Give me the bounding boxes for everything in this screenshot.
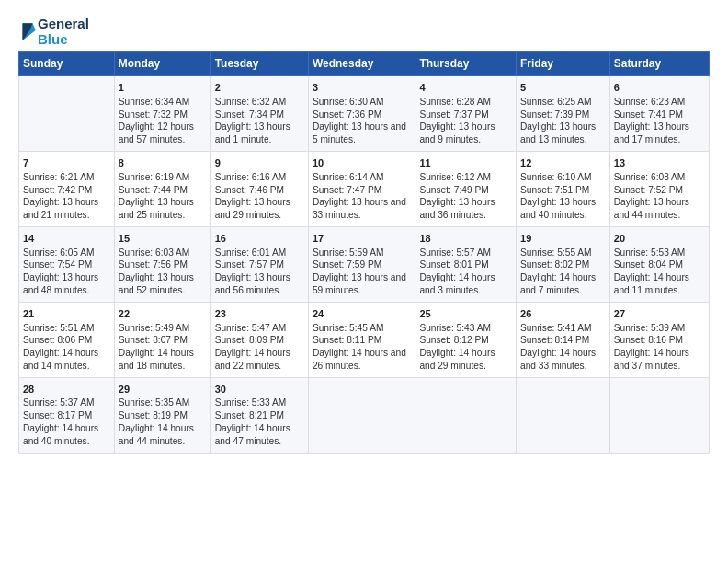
daylight: Daylight: 13 hours and 29 minutes. [215,196,304,222]
day-number: 1 [119,81,207,95]
sunrise: Sunrise: 6:03 AM [119,247,207,259]
sunrise: Sunrise: 5:37 AM [23,396,110,409]
day-number: 12 [520,156,606,170]
week-row-3: 14 Sunrise: 6:05 AM Sunset: 7:54 PM Dayl… [19,226,710,302]
day-number: 3 [313,81,411,95]
day-number: 16 [215,232,304,246]
sunrise: Sunrise: 6:14 AM [313,171,411,184]
daylight: Daylight: 14 hours and 22 minutes. [215,347,304,373]
day-cell: 24 Sunrise: 5:45 AM Sunset: 8:11 PM Dayl… [308,302,415,377]
sunset: Sunset: 7:51 PM [520,184,606,197]
sunrise: Sunrise: 5:55 AM [520,247,606,259]
sunset: Sunset: 7:57 PM [215,259,304,271]
day-number: 20 [614,232,705,246]
day-cell: 27 Sunrise: 5:39 AM Sunset: 8:16 PM Dayl… [609,302,709,377]
day-cell: 10 Sunrise: 6:14 AM Sunset: 7:47 PM Dayl… [308,151,415,226]
day-cell: 7 Sunrise: 6:21 AM Sunset: 7:42 PM Dayli… [19,151,115,226]
sunrise: Sunrise: 6:05 AM [23,247,110,259]
day-number: 11 [419,156,512,170]
day-cell: 6 Sunrise: 6:23 AM Sunset: 7:41 PM Dayli… [609,76,709,152]
col-header-wednesday: Wednesday [308,52,415,76]
sunrise: Sunrise: 5:45 AM [313,322,411,335]
sunset: Sunset: 7:41 PM [614,109,705,121]
day-number: 27 [614,307,705,321]
sunset: Sunset: 8:02 PM [520,259,606,271]
daylight: Daylight: 13 hours and 25 minutes. [119,196,207,222]
daylight: Daylight: 14 hours and 33 minutes. [520,347,606,373]
day-number: 23 [215,307,304,321]
sunrise: Sunrise: 5:59 AM [313,247,411,259]
day-cell: 9 Sunrise: 6:16 AM Sunset: 7:46 PM Dayli… [210,151,308,226]
daylight: Daylight: 14 hours and 14 minutes. [23,347,110,373]
logo-icon [19,20,36,40]
sunset: Sunset: 7:32 PM [119,109,207,121]
day-cell: 15 Sunrise: 6:03 AM Sunset: 7:56 PM Dayl… [114,226,210,302]
day-cell: 5 Sunrise: 6:25 AM Sunset: 7:39 PM Dayli… [517,76,610,152]
sunrise: Sunrise: 5:43 AM [419,322,512,335]
sunset: Sunset: 8:04 PM [614,259,705,271]
day-cell: 29 Sunrise: 5:35 AM Sunset: 8:19 PM Dayl… [114,377,210,453]
daylight: Daylight: 14 hours and 26 minutes. [313,347,411,373]
day-number: 26 [520,307,606,321]
sunset: Sunset: 7:46 PM [215,184,304,197]
col-header-thursday: Thursday [415,52,517,76]
daylight: Daylight: 13 hours and 56 minutes. [215,271,304,297]
sunset: Sunset: 8:09 PM [215,334,304,347]
page-container: General Blue SundayMondayTuesdayWednesda… [0,0,728,463]
week-row-1: 1 Sunrise: 6:34 AM Sunset: 7:32 PM Dayli… [19,76,710,152]
col-header-sunday: Sunday [19,52,115,76]
sunset: Sunset: 8:19 PM [119,409,207,422]
sunrise: Sunrise: 5:53 AM [614,247,705,259]
day-cell: 2 Sunrise: 6:32 AM Sunset: 7:34 PM Dayli… [210,76,308,152]
sunset: Sunset: 7:42 PM [23,184,110,197]
sunrise: Sunrise: 5:33 AM [215,396,304,409]
daylight: Daylight: 14 hours and 47 minutes. [215,422,304,448]
sunrise: Sunrise: 6:32 AM [215,96,304,109]
sunset: Sunset: 8:12 PM [419,334,512,347]
header-row: SundayMondayTuesdayWednesdayThursdayFrid… [19,52,710,76]
day-cell: 3 Sunrise: 6:30 AM Sunset: 7:36 PM Dayli… [308,76,415,152]
sunset: Sunset: 7:36 PM [313,109,411,121]
sunrise: Sunrise: 6:10 AM [520,171,606,184]
col-header-tuesday: Tuesday [210,52,308,76]
daylight: Daylight: 13 hours and 5 minutes. [313,121,411,146]
day-cell: 25 Sunrise: 5:43 AM Sunset: 8:12 PM Dayl… [415,302,517,377]
sunrise: Sunrise: 6:25 AM [520,96,606,109]
day-cell: 18 Sunrise: 5:57 AM Sunset: 8:01 PM Dayl… [415,226,517,302]
day-number: 14 [23,232,110,246]
day-cell: 8 Sunrise: 6:19 AM Sunset: 7:44 PM Dayli… [114,151,210,226]
sunrise: Sunrise: 5:57 AM [419,247,512,259]
sunset: Sunset: 8:11 PM [313,334,411,347]
day-number: 28 [23,383,110,396]
day-cell [19,76,115,152]
sunrise: Sunrise: 6:30 AM [313,96,411,109]
daylight: Daylight: 14 hours and 18 minutes. [119,347,207,373]
sunset: Sunset: 7:49 PM [419,184,512,197]
day-cell: 30 Sunrise: 5:33 AM Sunset: 8:21 PM Dayl… [210,377,308,453]
daylight: Daylight: 14 hours and 7 minutes. [520,271,606,297]
day-cell: 13 Sunrise: 6:08 AM Sunset: 7:52 PM Dayl… [609,151,709,226]
col-header-saturday: Saturday [609,52,709,76]
daylight: Daylight: 14 hours and 3 minutes. [419,271,512,297]
day-number: 15 [119,232,207,246]
day-cell: 22 Sunrise: 5:49 AM Sunset: 8:07 PM Dayl… [114,302,210,377]
day-number: 30 [215,383,304,396]
day-cell: 26 Sunrise: 5:41 AM Sunset: 8:14 PM Dayl… [517,302,610,377]
sunset: Sunset: 7:39 PM [520,109,606,121]
daylight: Daylight: 14 hours and 40 minutes. [23,422,110,448]
daylight: Daylight: 13 hours and 36 minutes. [419,196,512,222]
day-number: 21 [23,307,110,321]
sunrise: Sunrise: 5:47 AM [215,322,304,335]
sunrise: Sunrise: 5:39 AM [614,322,705,335]
daylight: Daylight: 14 hours and 44 minutes. [119,422,207,448]
sunset: Sunset: 8:21 PM [215,409,304,422]
sunset: Sunset: 8:01 PM [419,259,512,271]
day-cell: 1 Sunrise: 6:34 AM Sunset: 7:32 PM Dayli… [114,76,210,152]
sunset: Sunset: 7:52 PM [614,184,705,197]
daylight: Daylight: 12 hours and 57 minutes. [119,121,207,146]
daylight: Daylight: 13 hours and 52 minutes. [119,271,207,297]
day-cell: 16 Sunrise: 6:01 AM Sunset: 7:57 PM Dayl… [210,226,308,302]
day-number: 18 [419,232,512,246]
sunset: Sunset: 7:47 PM [313,184,411,197]
sunrise: Sunrise: 5:35 AM [119,396,207,409]
